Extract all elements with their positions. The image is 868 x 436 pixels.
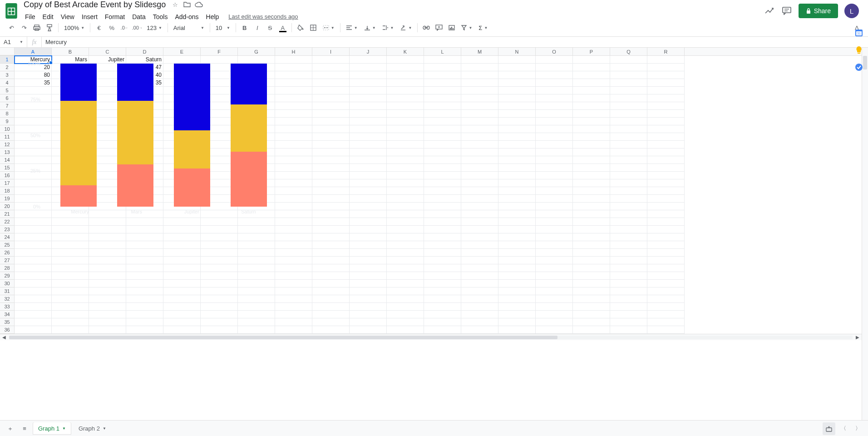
cell[interactable]: [387, 311, 424, 318]
font-size-dropdown[interactable]: 10▼: [213, 22, 233, 34]
cell[interactable]: [424, 295, 461, 303]
column-header[interactable]: K: [387, 48, 424, 55]
cell[interactable]: [573, 233, 610, 241]
row-header[interactable]: 26: [0, 249, 15, 257]
cell[interactable]: [201, 210, 238, 218]
cell[interactable]: [573, 280, 610, 287]
cell[interactable]: [536, 195, 573, 203]
cell[interactable]: [498, 264, 536, 272]
cell[interactable]: [350, 295, 387, 303]
cell[interactable]: [163, 303, 201, 311]
cell[interactable]: [163, 71, 201, 79]
calendar-sidepanel-icon[interactable]: 31: [854, 28, 863, 37]
insert-chart-button[interactable]: [446, 22, 458, 34]
cell[interactable]: [647, 318, 685, 326]
cell[interactable]: [647, 203, 685, 210]
cell[interactable]: [201, 118, 238, 125]
cell[interactable]: [536, 241, 573, 249]
cell[interactable]: [201, 133, 238, 141]
cell[interactable]: Jupiter: [89, 56, 126, 64]
column-header[interactable]: P: [573, 48, 610, 55]
cell[interactable]: [536, 272, 573, 280]
cell[interactable]: [647, 264, 685, 272]
select-all-corner[interactable]: [0, 48, 15, 55]
cell[interactable]: [89, 156, 126, 164]
row-header[interactable]: 19: [0, 195, 15, 203]
cell[interactable]: [275, 79, 312, 87]
sheet-tab-menu-icon[interactable]: ▼: [103, 426, 106, 431]
cell[interactable]: [461, 203, 498, 210]
cell[interactable]: [610, 133, 647, 141]
cell[interactable]: [275, 233, 312, 241]
cell[interactable]: [312, 226, 350, 233]
cell[interactable]: [461, 233, 498, 241]
cell[interactable]: [387, 125, 424, 133]
cloud-status-icon[interactable]: [195, 0, 203, 9]
cell[interactable]: [89, 179, 126, 187]
column-header[interactable]: C: [89, 48, 126, 55]
cell[interactable]: [238, 295, 275, 303]
cell[interactable]: [126, 233, 163, 241]
cell[interactable]: [387, 249, 424, 257]
cell[interactable]: [387, 187, 424, 195]
cell[interactable]: [52, 149, 89, 156]
horizontal-scrollbar[interactable]: ◀ ▶: [0, 334, 862, 340]
cell[interactable]: [461, 110, 498, 118]
cell[interactable]: [163, 210, 201, 218]
cell[interactable]: [15, 264, 52, 272]
cell[interactable]: [201, 156, 238, 164]
cell[interactable]: [52, 326, 89, 334]
cell[interactable]: [126, 87, 163, 94]
cell[interactable]: [312, 133, 350, 141]
cell[interactable]: [424, 311, 461, 318]
cell[interactable]: [498, 326, 536, 334]
cell[interactable]: [573, 226, 610, 233]
cell[interactable]: [498, 195, 536, 203]
cell[interactable]: [52, 195, 89, 203]
cell[interactable]: [350, 272, 387, 280]
row-header[interactable]: 18: [0, 187, 15, 195]
cell[interactable]: [498, 141, 536, 149]
cell[interactable]: [312, 272, 350, 280]
cell[interactable]: [350, 287, 387, 295]
vertical-scrollbar[interactable]: [862, 48, 868, 420]
cell[interactable]: [238, 187, 275, 195]
cell[interactable]: [312, 79, 350, 87]
cell[interactable]: [573, 118, 610, 125]
cell[interactable]: [498, 64, 536, 71]
cell[interactable]: [89, 272, 126, 280]
cell[interactable]: [275, 264, 312, 272]
cell[interactable]: [387, 218, 424, 226]
cell[interactable]: [15, 187, 52, 195]
cell[interactable]: [238, 195, 275, 203]
cell[interactable]: [610, 141, 647, 149]
document-title[interactable]: Copy of Best Arcade Event by Slidesgo: [22, 0, 168, 10]
cell[interactable]: [312, 303, 350, 311]
row-header[interactable]: 7: [0, 102, 15, 110]
cell[interactable]: [275, 187, 312, 195]
cell[interactable]: [163, 264, 201, 272]
cell[interactable]: [89, 195, 126, 203]
cell[interactable]: [498, 71, 536, 79]
cell[interactable]: [126, 264, 163, 272]
row-header[interactable]: 20: [0, 203, 15, 210]
cell[interactable]: [350, 179, 387, 187]
redo-button[interactable]: ↷: [18, 22, 30, 34]
cell[interactable]: [126, 295, 163, 303]
cell[interactable]: [647, 125, 685, 133]
cell[interactable]: [238, 241, 275, 249]
cell[interactable]: [312, 257, 350, 264]
cell[interactable]: [387, 210, 424, 218]
cell[interactable]: [498, 272, 536, 280]
row-header[interactable]: 21: [0, 210, 15, 218]
cell[interactable]: [89, 241, 126, 249]
cell[interactable]: [275, 195, 312, 203]
cell[interactable]: [52, 179, 89, 187]
cell[interactable]: [424, 156, 461, 164]
cell[interactable]: [498, 210, 536, 218]
cell[interactable]: [647, 172, 685, 179]
cell[interactable]: [275, 110, 312, 118]
cell[interactable]: [498, 311, 536, 318]
cell[interactable]: [647, 164, 685, 172]
cell[interactable]: [126, 149, 163, 156]
